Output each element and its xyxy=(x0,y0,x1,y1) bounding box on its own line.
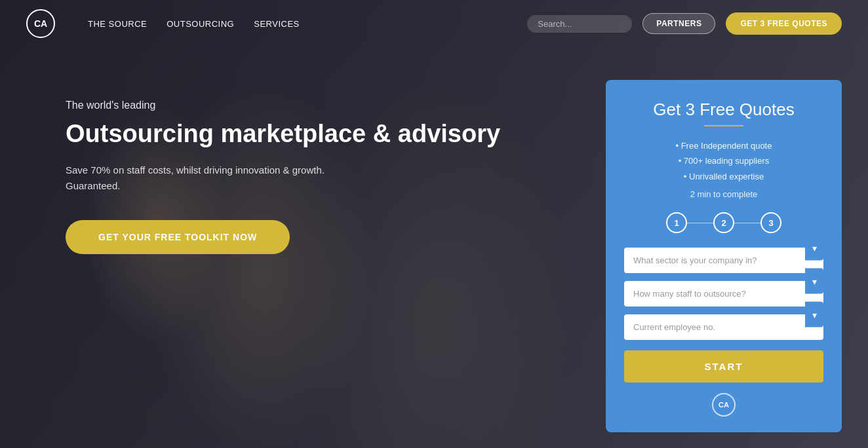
nav-link-the-source[interactable]: THE SOURCE xyxy=(88,19,147,29)
nav-link-outsourcing[interactable]: OUTSOURCING xyxy=(167,19,234,29)
employee-select[interactable]: Current employee no. 1-50 51-200 201-500… xyxy=(624,314,823,340)
toolkit-button[interactable]: GET YOUR FREE TOOLKIT NOW xyxy=(66,220,290,254)
card-title: Get 3 Free Quotes xyxy=(624,100,823,120)
step-3: 3 xyxy=(760,212,781,233)
feature-1: • Free Independent quote xyxy=(624,138,823,153)
card-title-underline xyxy=(704,125,743,126)
hero-section: The world's leading Outsourcing marketpl… xyxy=(66,80,566,254)
step-line-1 xyxy=(687,223,713,223)
hero-subtitle: The world's leading xyxy=(66,100,566,111)
step-line-2 xyxy=(734,223,760,223)
card-footer-logo: CA xyxy=(624,393,823,417)
quote-card: Get 3 Free Quotes • Free Independent quo… xyxy=(606,80,842,432)
hero-description: Save 70% on staff costs, whilst driving … xyxy=(66,162,380,194)
feature-2: • 700+ leading suppliers xyxy=(624,153,823,168)
staff-select-wrapper: How many staff to outsource? 1-10 11-50 … xyxy=(624,281,823,307)
card-logo-circle: CA xyxy=(712,393,736,417)
step-2: 2 xyxy=(713,212,734,233)
sector-select-wrapper: What sector is your company in? Technolo… xyxy=(624,248,823,273)
hero-title: Outsourcing marketplace & advisory xyxy=(66,119,566,149)
employee-select-wrapper: Current employee no. 1-50 51-200 201-500… xyxy=(624,314,823,340)
search-input[interactable] xyxy=(527,15,632,33)
navbar: CA THE SOURCE OUTSOURCING SERVICES PARTN… xyxy=(0,0,868,47)
brand-logo[interactable]: CA xyxy=(26,9,55,38)
nav-right: PARTNERS GET 3 FREE QUOTES xyxy=(527,12,842,35)
feature-3: • Unrivalled expertise xyxy=(624,169,823,184)
card-features: • Free Independent quote • 700+ leading … xyxy=(624,138,823,184)
nav-links: THE SOURCE OUTSOURCING SERVICES xyxy=(88,19,507,29)
nav-link-services[interactable]: SERVICES xyxy=(254,19,300,29)
steps-indicator: 1 2 3 xyxy=(624,212,823,233)
start-button[interactable]: START xyxy=(624,350,823,383)
get-quotes-button[interactable]: GET 3 FREE QUOTES xyxy=(726,12,842,35)
partners-button[interactable]: PARTNERS xyxy=(642,13,715,34)
step-1: 1 xyxy=(666,212,687,233)
card-time: 2 min to complete xyxy=(624,189,823,199)
staff-select[interactable]: How many staff to outsource? 1-10 11-50 … xyxy=(624,281,823,307)
main-content: The world's leading Outsourcing marketpl… xyxy=(0,47,868,432)
sector-select[interactable]: What sector is your company in? Technolo… xyxy=(624,248,823,273)
